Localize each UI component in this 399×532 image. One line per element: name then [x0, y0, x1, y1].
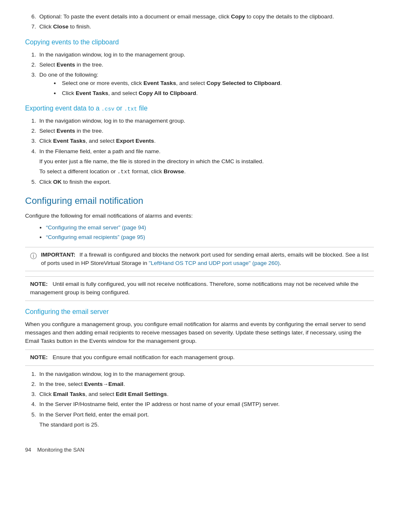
server-item-2: In the tree, select Events→Email.: [38, 380, 374, 388]
top-item-7: Click Close to finish.: [38, 23, 374, 31]
copying-section: Copying events to the clipboard In the n…: [25, 37, 374, 98]
config-link-2[interactable]: “Configuring email recipients” (page 95): [46, 233, 374, 242]
export-item-4-detail1: If you enter just a file name, the file …: [39, 157, 374, 166]
important-box: ⓘ IMPORTANT: If a firewall is configured…: [25, 247, 374, 272]
note-box-1: NOTE: Until email is fully configured, y…: [25, 276, 374, 301]
copying-heading: Copying events to the clipboard: [25, 37, 374, 47]
configuring-email-heading: Configuring email notification: [25, 194, 374, 208]
configuring-server-section: Configuring the email server When you co…: [25, 307, 374, 429]
export-item-3: Click Event Tasks, and select Export Eve…: [38, 137, 374, 145]
exporting-heading: Exporting event data to a .csv or .txt f…: [25, 103, 374, 113]
configuring-email-section: Configuring email notification Configure…: [25, 194, 374, 301]
export-item-4-detail2: To select a different location or .txt f…: [39, 167, 374, 176]
copy-item-2: Select Events in the tree.: [38, 61, 374, 69]
server-item-4: In the Server IP/Hostname field, enter t…: [38, 400, 374, 409]
important-icon: ⓘ: [30, 251, 37, 261]
page-footer: 94 Monitoring the SAN: [25, 446, 374, 454]
copy-bullet-1: Select one or more events, click Event T…: [60, 79, 374, 87]
config-link-1[interactable]: “Configuring the email server” (page 94): [46, 224, 374, 232]
top-item-6: Optional: To paste the event details int…: [38, 13, 374, 21]
note-box-2: NOTE: Ensure that you configure email no…: [25, 350, 374, 365]
export-item-2: Select Events in the tree.: [38, 127, 374, 135]
export-item-4: In the Filename field, enter a path and …: [38, 147, 374, 176]
server-item-1: In the navigation window, log in to the …: [38, 370, 374, 378]
export-item-5: Click OK to finish the export.: [38, 178, 374, 186]
configuring-email-intro: Configure the following for email notifi…: [25, 212, 374, 220]
server-intro: When you configure a management group, y…: [25, 320, 374, 346]
export-item-1: In the navigation window, log in to the …: [38, 117, 374, 125]
copy-item-3: Do one of the following: Select one or m…: [38, 71, 374, 98]
server-item-3: Click Email Tasks, and select Edit Email…: [38, 390, 374, 398]
exporting-section: Exporting event data to a .csv or .txt f…: [25, 103, 374, 186]
important-content: IMPORTANT: If a firewall is configured a…: [41, 251, 369, 268]
server-item-5-detail: The standard port is 25.: [39, 421, 374, 429]
configuring-server-heading: Configuring the email server: [25, 307, 374, 317]
copy-item-1: In the navigation window, log in to the …: [38, 51, 374, 59]
server-item-5: In the Server Port field, enter the emai…: [38, 411, 374, 429]
copy-bullet-2: Click Event Tasks, and select Copy All t…: [60, 89, 374, 98]
